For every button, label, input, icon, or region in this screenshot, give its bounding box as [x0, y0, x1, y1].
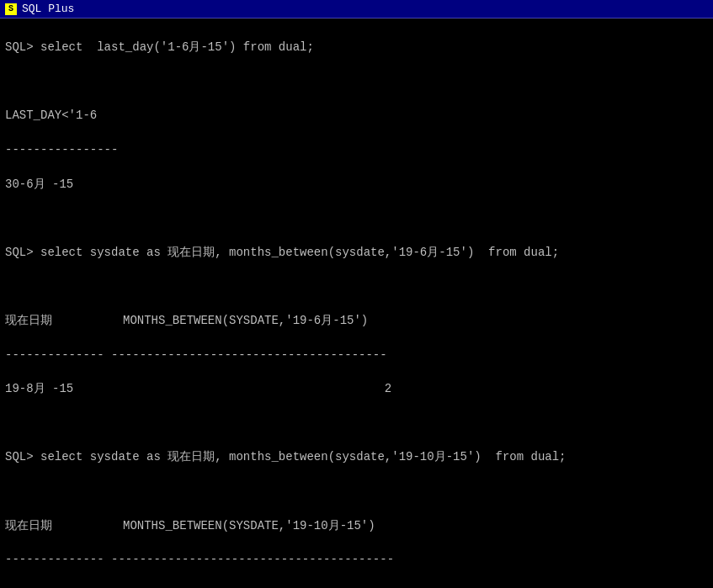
blank-5 — [5, 483, 708, 500]
line-11: -------------- -------------------------… — [5, 551, 708, 568]
line-7: -------------- -------------------------… — [5, 347, 708, 363]
line-4: 30-6月 -15 — [5, 176, 708, 193]
title-bar: S SQL Plus — [0, 0, 713, 19]
line-9: SQL> select sysdate as 现在日期, months_betw… — [5, 448, 708, 465]
blank-2 — [5, 209, 708, 226]
line-5: SQL> select sysdate as 现在日期, months_betw… — [5, 244, 708, 261]
line-10: 现在日期 MONTHS_BETWEEN(SYSDATE,'19-10月-15') — [5, 517, 708, 534]
line-8: 19-8月 -15 2 — [5, 380, 708, 397]
line-6: 现在日期 MONTHS_BETWEEN(SYSDATE,'19-6月-15') — [5, 312, 708, 329]
blank-4 — [5, 415, 708, 432]
line-3: ---------------- — [5, 141, 708, 158]
blank-3 — [5, 278, 708, 294]
app-icon: S — [5, 3, 17, 15]
terminal-window: SQL> select last_day('1-6月-15') from dua… — [0, 19, 713, 588]
line-2: LAST_DAY<'1-6 — [5, 107, 708, 124]
blank-1 — [5, 73, 708, 90]
line-1: SQL> select last_day('1-6月-15') from dua… — [5, 39, 708, 56]
app-title: SQL Plus — [22, 3, 74, 15]
